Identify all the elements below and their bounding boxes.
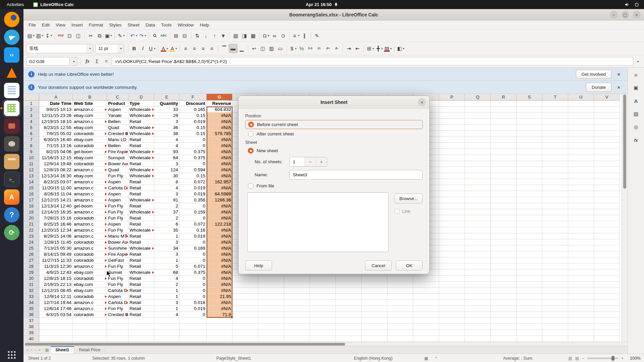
cell-P34[interactable] xyxy=(439,300,465,306)
styles-deck-button[interactable]: A xyxy=(631,96,641,106)
menu-window[interactable]: Window xyxy=(175,21,197,28)
cell-R25[interactable] xyxy=(491,245,517,251)
cell-Q4[interactable] xyxy=(465,119,491,125)
dropdown-arrow-icon[interactable]: ▾ xyxy=(390,47,392,50)
cell-M38[interactable] xyxy=(362,324,387,330)
donate-button[interactable]: Donate xyxy=(586,83,611,92)
cell-T18[interactable] xyxy=(542,203,568,209)
row-header-35[interactable]: 35 xyxy=(23,306,39,312)
cell-A38[interactable] xyxy=(39,324,73,330)
cell-F9[interactable]: 0.375 xyxy=(179,149,207,155)
cell-G14[interactable]: 162.957 xyxy=(207,179,232,185)
cell-B37[interactable] xyxy=(73,318,107,324)
cell-P36[interactable] xyxy=(439,312,465,318)
cell-I33[interactable] xyxy=(258,294,284,300)
cell-U27[interactable] xyxy=(568,257,594,263)
dropdown-arrow-icon[interactable]: ▾ xyxy=(268,34,270,37)
cell-U4[interactable] xyxy=(568,119,594,125)
row-header-1[interactable]: 1 xyxy=(23,101,39,107)
sort-ascending-button[interactable]: ↓ xyxy=(202,31,210,40)
cell-V14[interactable] xyxy=(594,179,620,185)
cell-K35[interactable] xyxy=(310,306,336,312)
cell-J33[interactable] xyxy=(284,294,310,300)
cell-T20[interactable] xyxy=(542,215,568,221)
cell-U9[interactable] xyxy=(568,149,594,155)
cell-R34[interactable] xyxy=(491,300,517,306)
cell-C5[interactable]: Quad xyxy=(107,125,128,131)
show-applications-button[interactable] xyxy=(7,351,16,359)
cell-P31[interactable] xyxy=(439,282,465,288)
cell-Q6[interactable] xyxy=(465,131,491,137)
row-header-30[interactable]: 30 xyxy=(23,276,39,282)
cell-A29[interactable]: 4/9/15 12:43 xyxy=(39,269,73,276)
cell-R37[interactable] xyxy=(491,318,517,324)
cell-B12[interactable]: amazon.c xyxy=(73,167,107,173)
cell-C11[interactable]: Bower Au xyxy=(107,161,128,167)
cell-G11[interactable]: #N/A xyxy=(207,161,232,167)
cell-V24[interactable] xyxy=(594,239,620,245)
cell-V4[interactable] xyxy=(594,119,620,125)
cell-E36[interactable]: 4 xyxy=(154,312,179,318)
menu-styles[interactable]: Styles xyxy=(106,21,125,28)
row-header-16[interactable]: 16 xyxy=(23,191,39,197)
column-header-U[interactable]: U xyxy=(568,94,594,101)
cell-G34[interactable]: #N/A xyxy=(207,300,232,306)
cell-C8[interactable]: Bellen xyxy=(107,143,128,149)
cell-S19[interactable] xyxy=(517,209,542,215)
clock-menu[interactable]: Apr 21 16:50 xyxy=(306,0,338,9)
align-center-button[interactable]: ≡ xyxy=(190,44,199,53)
cell-U35[interactable] xyxy=(568,306,594,312)
input-line[interactable]: =VLOOKUP(C2,'Retail Price'.$A$2:$B$6,2,0… xyxy=(112,57,633,66)
cell-S4[interactable] xyxy=(517,119,542,125)
cell-B32[interactable]: ebay.com xyxy=(73,288,107,294)
cell-T1[interactable] xyxy=(542,101,568,107)
cell-F30[interactable]: 0 xyxy=(179,276,207,282)
autofilter-button[interactable]: ▼ xyxy=(219,31,228,40)
cell-G37[interactable] xyxy=(207,318,232,324)
cell-E7[interactable]: 4 xyxy=(154,137,179,143)
cell-Q8[interactable] xyxy=(465,143,491,149)
cell-K30[interactable] xyxy=(310,276,336,282)
cell-T33[interactable] xyxy=(542,294,568,300)
cell-D39[interactable] xyxy=(128,330,154,336)
from-file-radio[interactable]: From file xyxy=(245,182,423,190)
infobar-close-icon[interactable]: × xyxy=(615,84,623,90)
row-header-4[interactable]: 4 xyxy=(23,119,39,125)
cell-D4[interactable]: Retail xyxy=(128,119,154,125)
cell-J32[interactable] xyxy=(284,288,310,294)
cell-O40[interactable] xyxy=(413,336,439,342)
cell-A30[interactable]: 12/8/15 18:15 xyxy=(39,276,73,282)
dropdown-arrow-icon[interactable]: ▾ xyxy=(372,47,374,50)
cell-F17[interactable]: 0.356 xyxy=(179,197,207,203)
cell-G33[interactable]: 21.95 xyxy=(207,294,232,300)
cell-C15[interactable]: Carlota D xyxy=(107,185,128,191)
cell-P10[interactable] xyxy=(439,155,465,161)
center-vertically-button[interactable]: ▬ xyxy=(229,44,237,53)
underline-button[interactable]: U▾ xyxy=(147,44,156,53)
cell-Q17[interactable] xyxy=(465,197,491,203)
row-header-38[interactable]: 38 xyxy=(23,324,39,330)
dropdown-arrow-icon[interactable]: ▾ xyxy=(33,34,35,37)
export-pdf-button[interactable]: PDF xyxy=(57,31,65,40)
cell-S17[interactable] xyxy=(517,197,542,203)
row-header-37[interactable]: 37 xyxy=(23,318,39,324)
cell-A22[interactable]: 12/20/15 12:34 xyxy=(39,227,73,233)
cell-C26[interactable]: Fire Aspe xyxy=(107,251,128,257)
cell-C24[interactable]: Bower Au xyxy=(107,239,128,245)
cell-D22[interactable]: Wholesale xyxy=(128,227,154,233)
cell-I40[interactable] xyxy=(258,336,284,342)
cell-P16[interactable] xyxy=(439,191,465,197)
cell-T8[interactable] xyxy=(542,143,568,149)
cell-Q21[interactable] xyxy=(465,221,491,227)
cell-G4[interactable]: #N/A xyxy=(207,119,232,125)
cell-M37[interactable] xyxy=(362,318,387,324)
name-box-dropdown-icon[interactable]: ▾ xyxy=(71,57,77,66)
cell-F24[interactable]: 0 xyxy=(179,239,207,245)
dock-item-libreoffice-calc[interactable] xyxy=(4,101,19,116)
cell-B25[interactable]: amazon.c xyxy=(73,245,107,251)
cell-T40[interactable] xyxy=(542,336,568,342)
cell-V19[interactable] xyxy=(594,209,620,215)
cell-V13[interactable] xyxy=(594,173,620,179)
cell-Q36[interactable] xyxy=(465,312,491,318)
border-style-button[interactable]: ╋▾ xyxy=(375,44,384,53)
